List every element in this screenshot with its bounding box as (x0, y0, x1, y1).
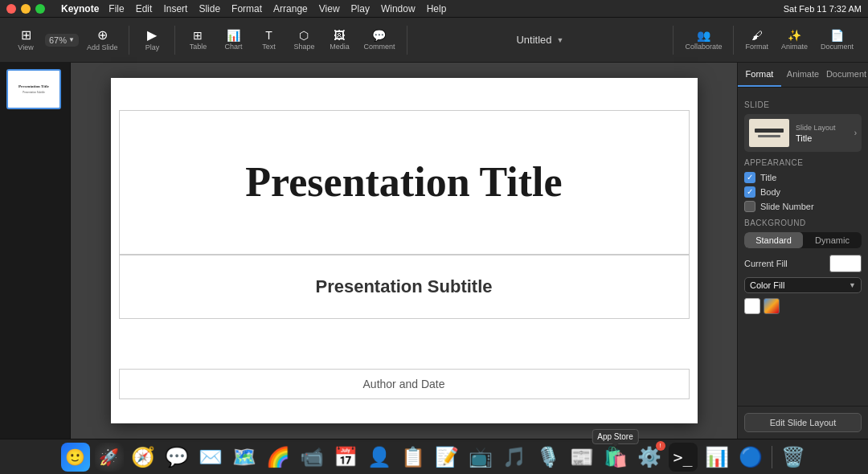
right-panel: Format Animate Document Slide Slide Layo… (737, 63, 868, 439)
dock-news[interactable]: 📰 (567, 443, 596, 472)
dock-finder[interactable]: 🙂 (61, 443, 90, 472)
appearance-section-title: Appearance (744, 158, 862, 167)
appletv-icon: 📺 (469, 446, 493, 468)
slide-author-container[interactable]: Author and Date (119, 369, 690, 399)
play-button[interactable]: ▶ Play (136, 26, 168, 55)
document-button[interactable]: 📄 Document (816, 27, 858, 54)
menu-edit[interactable]: Edit (136, 3, 153, 14)
shape-button[interactable]: ⬡ Shape (288, 27, 320, 54)
slide-thumbnail[interactable]: Presentation Title Presentation Subtitle (6, 69, 61, 109)
news-icon: 📰 (570, 446, 594, 468)
slide-subtitle-container[interactable]: Presentation Subtitle (119, 255, 690, 319)
view-icon: ⊞ (21, 29, 31, 42)
standard-bg-button[interactable]: Standard (744, 232, 803, 248)
app-name[interactable]: Keynote (61, 3, 99, 14)
appearance-body-item[interactable]: ✓ Body (744, 186, 862, 198)
view-button[interactable]: ⊞ View (10, 26, 42, 55)
canvas-area[interactable]: Presentation Title Presentation Subtitle… (71, 63, 737, 439)
finder-icon: 🙂 (65, 447, 85, 467)
title-dropdown-icon: ▼ (557, 36, 564, 44)
play-icon: ▶ (147, 29, 157, 42)
dock-appstore[interactable]: 🛍️ App Store (601, 443, 630, 472)
dock-mail[interactable]: ✉️ (196, 443, 225, 472)
messages-icon: 💬 (165, 446, 189, 468)
document-title[interactable]: Untitled (516, 34, 551, 46)
table-button[interactable]: ⊞ Table (182, 27, 214, 54)
fill-type-label: Color Fill (750, 280, 784, 290)
dynamic-bg-button[interactable]: Dynamic (803, 232, 862, 248)
dock-podcasts[interactable]: 🎙️ (534, 443, 563, 472)
fullscreen-button[interactable] (35, 4, 45, 14)
menu-help[interactable]: Help (427, 3, 447, 14)
menu-datetime: Sat Feb 11 7:32 AM (784, 4, 862, 14)
slide-title[interactable]: Presentation Title (245, 159, 562, 205)
dock-safari[interactable]: 🧭 (129, 443, 158, 472)
zoom-level: 67% (49, 35, 67, 45)
format-toolbar-button[interactable]: 🖌 Format (740, 27, 773, 54)
title-checkbox[interactable]: ✓ (744, 172, 755, 183)
appearance-title-item[interactable]: ✓ Title (744, 172, 862, 183)
menu-slide[interactable]: Slide (199, 3, 220, 14)
menu-play[interactable]: Play (351, 3, 370, 14)
menu-insert[interactable]: Insert (163, 3, 187, 14)
menu-file[interactable]: File (108, 3, 124, 14)
slide-title-container[interactable]: Presentation Title (119, 110, 690, 255)
fill-color-swatch[interactable] (829, 255, 862, 272)
minimize-button[interactable] (21, 4, 31, 14)
edit-slide-layout-button[interactable]: Edit Slide Layout (744, 413, 862, 432)
gradient-swatch[interactable] (764, 298, 780, 314)
notes-icon: 📝 (435, 446, 459, 468)
close-button[interactable] (6, 4, 16, 14)
tab-document[interactable]: Document (825, 63, 868, 87)
chart-button[interactable]: 📊 Chart (217, 27, 249, 54)
dock-istat[interactable]: 🔵 (736, 443, 765, 472)
menu-view[interactable]: View (319, 3, 340, 14)
menu-format[interactable]: Format (231, 3, 262, 14)
background-section-title: Background (744, 219, 862, 227)
dock-trash[interactable]: 🗑️ (779, 443, 808, 472)
fill-type-dropdown[interactable]: Color Fill ▼ (744, 277, 862, 293)
body-checkbox[interactable]: ✓ (744, 186, 755, 198)
menu-window[interactable]: Window (381, 3, 416, 14)
slide-layout-row[interactable]: Slide Layout Title › (744, 114, 862, 152)
dock-messages[interactable]: 💬 (162, 443, 191, 472)
comment-button[interactable]: 💬 Comment (358, 27, 399, 54)
dock-launchpad[interactable]: 🚀 (95, 443, 124, 472)
white-swatch[interactable] (744, 298, 760, 314)
table-label: Table (190, 43, 207, 51)
slide-canvas[interactable]: Presentation Title Presentation Subtitle… (111, 78, 698, 423)
animate-button[interactable]: ✨ Animate (776, 27, 813, 54)
add-slide-button[interactable]: ⊕ Add Slide (82, 26, 123, 55)
slide-subtitle[interactable]: Presentation Subtitle (315, 276, 492, 297)
slide-author[interactable]: Author and Date (363, 378, 445, 390)
media-button[interactable]: 🖼 Media (323, 27, 355, 54)
dock-facetime[interactable]: 📹 (297, 443, 326, 472)
dock-contacts[interactable]: 👤 (365, 443, 394, 472)
menubar: Keynote File Edit Insert Slide Format Ar… (0, 0, 868, 18)
zoom-control[interactable]: 67% ▼ (45, 34, 79, 47)
dock-music[interactable]: 🎵 (500, 443, 529, 472)
dock-photos[interactable]: 🌈 (264, 443, 293, 472)
toolbar-divider-1 (129, 26, 129, 55)
collaborate-button[interactable]: 👥 Collaborate (680, 27, 727, 54)
dock-reminders[interactable]: 📋 (399, 443, 428, 472)
dock-notes[interactable]: 📝 (432, 443, 461, 472)
dock-appletv[interactable]: 📺 (466, 443, 495, 472)
dock-settings[interactable]: ⚙️ ! (635, 443, 664, 472)
comment-icon: 💬 (372, 30, 386, 41)
dock-activity-monitor[interactable]: 📊 (702, 443, 731, 472)
dock-calendar[interactable]: 📅 (331, 443, 360, 472)
panel-content: Slide Slide Layout Title › Appearance ✓ (738, 88, 868, 406)
chevron-down-icon: › (854, 129, 857, 137)
dock-maps[interactable]: 🗺️ (230, 443, 259, 472)
menu-arrange[interactable]: Arrange (273, 3, 308, 14)
text-button[interactable]: T Text (252, 27, 285, 54)
slide-number-checkbox[interactable] (744, 201, 755, 212)
launchpad-icon: 🚀 (99, 447, 119, 467)
toolbar-divider-5 (733, 26, 734, 55)
tab-format[interactable]: Format (738, 63, 781, 87)
tab-animate[interactable]: Animate (781, 63, 825, 87)
dock-terminal[interactable]: >_ (669, 443, 698, 472)
appearance-slide-num-item[interactable]: Slide Number (744, 201, 862, 212)
layout-thick-line (755, 129, 784, 133)
